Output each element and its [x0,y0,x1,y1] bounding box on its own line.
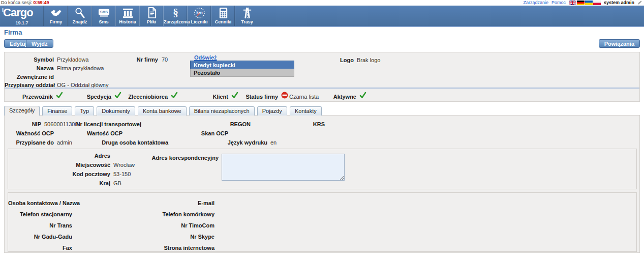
tab-typ[interactable]: Typ [75,106,94,116]
carrier-label: Przewoźnik [5,94,53,100]
postal-code-label: Kod pocztowy [8,171,110,177]
detail-tabs: Szczegóły Finanse Typ Dokumenty Konta ba… [4,106,323,116]
assigned-to-label: Przypisane do [5,139,54,146]
krs-label: KRS [284,121,325,127]
landline-phone-label: Telefon stacjonarny [8,211,72,217]
relations-button[interactable]: Powiązania [599,39,640,48]
company-no-value: 70 [162,56,168,63]
top-strip: Do końca sesji: 0:59:49 Zarządzanie Pomo… [0,0,644,6]
company-info-panel: Symbol Przykładowa Nr firmy 70 Odśwież K… [4,52,640,102]
gauge-km-icon: km [188,6,211,19]
flag-gb-icon[interactable] [569,1,576,5]
logged-in-user: system admin [604,0,634,6]
icargo-logo[interactable]: iCargo 19.1.7 [0,6,44,26]
active-check-icon [359,92,366,99]
contact-box: Osoba kontaktowa / Nazwa E-mail Telefon … [8,192,637,252]
columns-icon [116,6,139,19]
page-title: Firma [4,28,22,36]
toolbar-item-liczniki[interactable]: km Liczniki [187,6,211,26]
credit-header: Kredyt kupiecki [190,61,294,69]
flag-de-icon[interactable] [577,1,585,5]
country-label: Kraj [8,180,110,186]
tab-kontakty[interactable]: Kontakty [290,106,322,116]
contractor-label: Zleceniobiorca [116,94,168,100]
status-label: Status firmy [227,94,278,100]
handshake-icon [44,6,68,19]
app-version: 19.1.7 [0,20,44,25]
address-box: Adres Miejscowość Wrocław Kod pocztowy 5… [8,149,637,189]
session-timer: Do końca sesji: 0:59:49 [1,0,49,6]
divider [5,88,639,89]
client-label: Klient [177,94,228,100]
paragraph-icon: § [164,6,187,19]
flag-ua-icon[interactable] [585,1,593,5]
credit-remaining-row: Pozostało [190,69,294,77]
toolbar-item-zarzadzenia[interactable]: § Zarządzenia [163,6,187,26]
company-no-label: Nr firmy [111,56,158,63]
tab-finanse[interactable]: Finanse [42,106,72,116]
refresh-link[interactable]: Odśwież [194,54,217,61]
postal-code-value: 53-150 [113,171,131,177]
external-id-label: Zewnętrzne id [5,74,54,80]
toolbar-item-znajdz[interactable]: Znajdź [68,6,91,26]
nip-label: NIP [5,121,41,127]
contact-person-label: Osoba kontaktowa / Nazwa [8,200,72,206]
svg-text:km: km [196,10,203,15]
tab-szczegoly[interactable]: Szczegóły [4,106,40,116]
main-toolbar: iCargo 19.1.7 Firmy Znajdź SMS Sms Histo… [0,6,644,27]
exit-button[interactable]: Wyjdź [26,39,53,48]
toolbar-item-historia[interactable]: Historia [115,6,139,26]
mobile-phone-label: Telefon komórkowy [110,211,214,217]
name-label: Nazwa [5,65,54,71]
app-root: Do końca sesji: 0:59:49 Zarządzanie Pomo… [0,0,644,257]
toolbar-item-sms[interactable]: SMS Sms [91,6,115,26]
blacklist-icon [281,92,288,99]
print-language-value: en [270,139,277,146]
flag-pl-icon[interactable] [593,1,601,5]
session-time: 0:59:49 [34,0,49,5]
logo-text: Cargo [3,6,33,19]
correspondence-address-input[interactable] [222,154,345,181]
trans-number-label: Nr Trans [8,222,72,229]
gadu-gadu-label: Nr Gadu-Gadu [8,234,72,240]
symbol-value: Przykładowa [57,56,88,63]
tab-pojazdy[interactable]: Pojazdy [257,106,287,116]
symbol-label: Symbol [5,56,54,63]
city-value: Wrocław [113,162,135,168]
calculator-icon [211,6,235,19]
fax-label: Fax [8,245,72,251]
license-label: Nr licencji transportowej [53,121,141,127]
edit-user-icon[interactable] [637,1,642,5]
toolbar-item-pliki[interactable]: Pliki [139,6,163,26]
session-label: Do końca sesji: [1,0,32,5]
address-header: Adres [8,153,110,159]
tab-bilans-niezaplaconych[interactable]: Bilans niezapłaconych [189,106,255,116]
svg-text:§: § [173,7,178,19]
logo-label: Logo [304,57,354,63]
assigned-to-value: admin [57,139,72,146]
help-link[interactable]: Pomoc [551,0,566,6]
svg-text:SMS: SMS [100,10,108,14]
second-contact-label: Druga osoba kontaktowa [76,139,168,146]
timocom-number-label: Nr TimoCom [110,222,214,229]
toolbar-item-firmy[interactable]: Firmy [44,6,68,26]
toolbar-item-cenniki[interactable]: Cenniki [211,6,235,26]
search-icon [68,6,91,19]
credit-box: Kredyt kupiecki Pozostało [190,61,294,77]
management-link[interactable]: Zarządzanie [523,0,548,6]
ocp-scan-label: Skan OCP [185,130,228,136]
language-flags [569,1,601,5]
forwarding-label: Spedycja [62,94,111,100]
top-right-nav: Zarządzanie Pomoc system admin [523,0,642,6]
toolbar-item-trasy[interactable]: Trasy [235,6,259,26]
name-value: Firma przykładowa [57,65,104,71]
document-icon [140,6,163,19]
tab-dokumenty[interactable]: Dokumenty [97,106,135,116]
city-label: Miejscowość [8,162,110,168]
active-label: Aktywne [305,94,356,100]
regon-label: REGON [203,121,251,127]
tab-konta-bankowe[interactable]: Konta bankowe [138,106,187,116]
ocp-validity-label: Ważność OCP [5,130,54,136]
website-label: Strona internetowa [110,245,214,251]
print-language-label: Język wydruku [218,139,267,146]
